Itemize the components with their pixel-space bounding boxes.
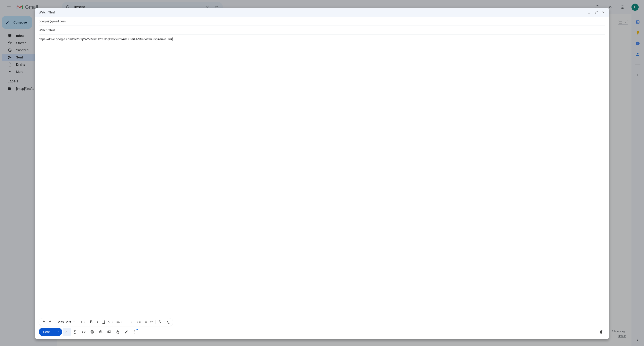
indent-less-button[interactable] [136, 319, 142, 325]
recipient-chip[interactable]: google@gmail.com [39, 20, 66, 23]
italic-button[interactable]: I [94, 319, 101, 325]
insert-link-button[interactable] [80, 328, 88, 336]
notification-dot-icon [136, 329, 138, 330]
attach-file-button[interactable] [71, 328, 79, 336]
confidential-mode-button[interactable] [114, 328, 122, 336]
font-size-button[interactable]: TT [79, 319, 86, 325]
indent-more-button[interactable] [142, 319, 148, 325]
svg-point-50 [134, 330, 135, 331]
send-options-button[interactable] [55, 328, 62, 336]
list-bullet-icon [131, 320, 135, 324]
collapse-icon [595, 11, 598, 14]
caret-down-icon [57, 330, 60, 333]
indent-decrease-icon [137, 320, 141, 324]
svg-point-52 [134, 333, 135, 333]
font-family-picker[interactable]: Sans Serif [55, 319, 77, 325]
send-label: Send [43, 330, 50, 334]
numbered-list-button[interactable]: 123 [123, 319, 130, 325]
lock-clock-icon [116, 330, 120, 334]
caret-down-icon [111, 320, 114, 323]
svg-rect-33 [108, 323, 110, 323]
svg-text:A: A [66, 330, 67, 333]
insert-signature-button[interactable] [122, 328, 130, 336]
remove-formatting-button[interactable]: T [165, 319, 171, 325]
undo-button[interactable] [41, 319, 47, 325]
svg-point-44 [92, 331, 92, 332]
indent-increase-icon [143, 320, 147, 324]
svg-point-45 [92, 331, 93, 332]
subject-text: Watch This! [39, 29, 55, 32]
strikethrough-button[interactable]: S [157, 319, 163, 325]
svg-point-38 [131, 322, 132, 322]
svg-text:3: 3 [125, 322, 125, 323]
send-split-button: Send [39, 328, 62, 336]
subject-field[interactable]: Watch This! [39, 26, 605, 35]
caret-down-icon [120, 320, 123, 323]
svg-point-37 [131, 321, 132, 321]
svg-text:A: A [108, 320, 110, 323]
list-ordered-icon: 123 [124, 320, 128, 324]
svg-text:T: T [79, 321, 80, 323]
compose-action-row: Send A [39, 328, 605, 336]
strike-icon: S [158, 320, 161, 324]
send-button[interactable]: Send [39, 328, 55, 336]
text-color-icon: A [107, 320, 111, 324]
more-vert-icon [133, 330, 137, 334]
underline-icon: U [102, 320, 105, 324]
minimize-button[interactable] [586, 9, 593, 16]
compose-titlebar[interactable]: Watch This! [35, 8, 609, 17]
svg-point-39 [131, 323, 132, 323]
svg-point-51 [134, 332, 135, 332]
trash-icon [599, 330, 603, 334]
quote-button[interactable] [148, 319, 154, 325]
minimize-icon [588, 11, 590, 14]
compose-title: Watch This! [39, 11, 55, 14]
discard-draft-button[interactable] [597, 328, 605, 336]
caret-down-icon [72, 320, 76, 323]
insert-drive-button[interactable] [97, 328, 105, 336]
svg-rect-42 [65, 333, 68, 333]
more-options-button[interactable] [131, 328, 139, 336]
close-icon [602, 11, 605, 14]
text-format-icon: A [65, 330, 69, 334]
emoji-icon [90, 330, 94, 334]
pen-icon [124, 330, 128, 334]
underline-button[interactable]: U [101, 319, 107, 325]
bold-button[interactable]: B [88, 319, 94, 325]
svg-point-43 [91, 330, 94, 333]
redo-icon [48, 320, 52, 324]
bulleted-list-button[interactable] [130, 319, 136, 325]
formatting-toggle[interactable]: A [63, 328, 71, 336]
align-left-icon [116, 320, 120, 324]
text-size-icon: TT [79, 320, 83, 324]
link-icon [82, 330, 86, 334]
align-button[interactable] [116, 319, 123, 325]
gmail-app: Gmail ? L [0, 0, 644, 346]
image-icon [107, 330, 111, 334]
svg-rect-29 [588, 13, 590, 14]
svg-text:T: T [80, 321, 82, 324]
italic-icon: I [97, 320, 98, 324]
recipients-field[interactable]: google@gmail.com [39, 17, 605, 26]
compose-dialog: Watch This! google@gmail.com Watch This!… [35, 8, 609, 339]
redo-button[interactable] [47, 319, 53, 325]
text-color-button[interactable]: A [107, 319, 114, 325]
svg-text:T: T [167, 320, 168, 323]
undo-icon [42, 320, 46, 324]
insert-emoji-button[interactable] [88, 328, 96, 336]
clear-format-icon: T [166, 320, 170, 324]
svg-point-47 [108, 331, 109, 332]
paperclip-icon [73, 330, 77, 334]
compose-body[interactable]: https://drive.google.com/file/d/1jCaC4MI… [39, 37, 605, 318]
insert-photo-button[interactable] [105, 328, 113, 336]
drive-icon [99, 330, 103, 334]
fullscreen-exit-button[interactable] [593, 9, 600, 16]
bold-icon: B [90, 320, 93, 324]
formatting-toolbar: Sans Serif TT B I U A 123 S T [39, 318, 173, 326]
quote-icon [150, 320, 154, 324]
close-compose-button[interactable] [600, 9, 607, 16]
caret-down-icon [83, 320, 86, 323]
font-name: Sans Serif [56, 320, 71, 324]
